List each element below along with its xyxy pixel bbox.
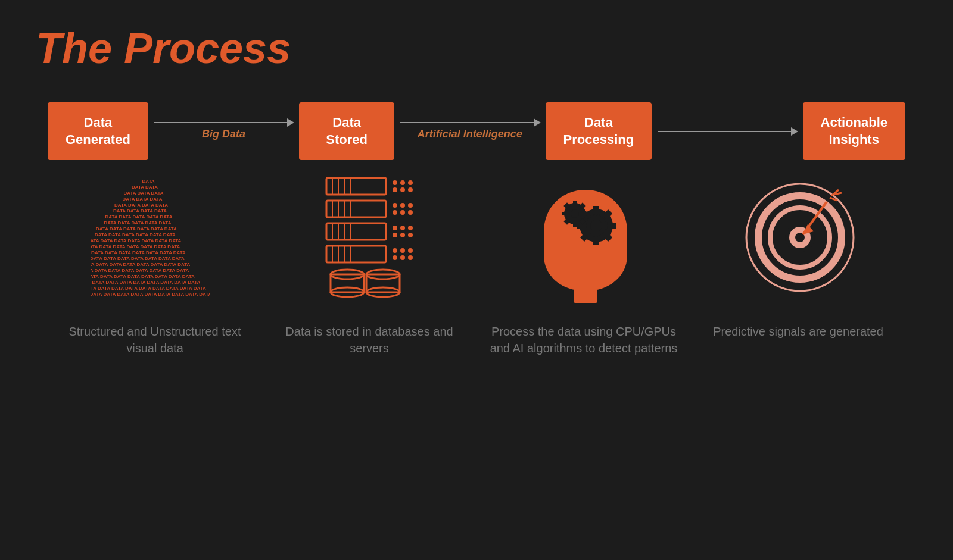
svg-text:DATA DATA DATA: DATA DATA DATA — [122, 196, 162, 202]
svg-rect-73 — [593, 206, 599, 213]
target-icon-container — [694, 172, 911, 305]
arrow-line-1 — [154, 122, 293, 123]
svg-point-61 — [393, 255, 397, 260]
bullseye-target-icon — [743, 172, 862, 305]
svg-point-59 — [400, 248, 405, 253]
svg-point-91 — [571, 209, 579, 218]
svg-text:DATA DATA DATA DATA DATA DATA : DATA DATA DATA DATA DATA DATA DATA — [91, 238, 182, 243]
svg-text:DATA DATA DATA DATA DATA: DATA DATA DATA DATA DATA — [105, 214, 172, 220]
svg-point-49 — [408, 226, 413, 230]
svg-point-62 — [400, 255, 405, 260]
svg-text:DATA DATA DATA DATA DATA DATA : DATA DATA DATA DATA DATA DATA DATA DATA … — [91, 268, 189, 273]
process-flow: Data Generated Big Data Data Stored Arti… — [36, 102, 917, 160]
arrow-3 — [658, 131, 796, 132]
arrow-line-2 — [400, 122, 539, 123]
server-rack-icon — [309, 172, 428, 305]
svg-text:DATA DATA DATA DATA DATA DATA : DATA DATA DATA DATA DATA DATA DATA DATA … — [91, 262, 191, 267]
svg-rect-76 — [609, 223, 616, 229]
step-actionable-insights: Actionable Insights — [803, 102, 905, 160]
svg-point-38 — [408, 203, 413, 208]
svg-text:DATA DATA DATA DATA: DATA DATA DATA DATA — [113, 208, 167, 214]
svg-point-63 — [408, 255, 413, 260]
arrow-ai: Artificial Intelligence — [400, 122, 539, 140]
description-2: Data is stored in databases and servers — [262, 323, 476, 356]
svg-point-29 — [400, 187, 405, 192]
svg-point-37 — [400, 203, 405, 208]
svg-rect-86 — [583, 212, 588, 215]
svg-rect-53 — [326, 246, 386, 262]
svg-point-40 — [400, 210, 405, 215]
svg-rect-42 — [326, 223, 386, 240]
arrow-big-data: Big Data — [154, 122, 293, 140]
svg-rect-70 — [574, 288, 597, 303]
svg-text:DATA DATA DATA DATA DATA DATA : DATA DATA DATA DATA DATA DATA DATA DATA … — [91, 286, 206, 291]
svg-rect-74 — [593, 238, 599, 245]
svg-point-41 — [408, 210, 413, 215]
svg-point-28 — [393, 187, 397, 192]
ai-head-gears-icon — [526, 172, 645, 305]
page-title: The Process — [36, 24, 917, 73]
step-data-generated: Data Generated — [48, 102, 148, 160]
data-triangle-container: DATA DATA DATA DATA DATA DATA DATA DATA … — [42, 172, 259, 303]
description-1: Structured and Unstructured text visual … — [48, 323, 262, 356]
svg-text:DATA DATA DATA DATA: DATA DATA DATA DATA — [114, 202, 168, 208]
description-3: Process the data using CPU/GPUs and AI a… — [476, 323, 691, 356]
svg-point-36 — [393, 203, 397, 208]
svg-point-26 — [400, 180, 405, 185]
svg-point-48 — [400, 226, 405, 230]
svg-text:DATA DATA DATA DATA DATA DATA: DATA DATA DATA DATA DATA DATA — [95, 232, 176, 237]
ai-label: Artificial Intelligence — [418, 128, 522, 140]
svg-text:DATA DATA: DATA DATA — [132, 184, 158, 190]
ai-head-icon-container — [476, 172, 694, 305]
svg-point-30 — [408, 187, 413, 192]
svg-text:DATA DATA DATA DATA DATA DATA : DATA DATA DATA DATA DATA DATA DATA DATA … — [91, 280, 201, 285]
svg-text:DATA DATA DATA: DATA DATA DATA — [123, 190, 163, 196]
svg-text:DATA DATA DATA DATA DATA: DATA DATA DATA DATA DATA — [104, 220, 171, 226]
svg-point-25 — [393, 180, 397, 185]
svg-rect-83 — [573, 201, 577, 206]
svg-text:DATA DATA DATA DATA DATA DATA: DATA DATA DATA DATA DATA DATA — [96, 226, 177, 231]
descriptions-row: Structured and Unstructured text visual … — [36, 323, 917, 356]
svg-text:DATA DATA DATA DATA DATA DATA : DATA DATA DATA DATA DATA DATA DATA DATA — [91, 250, 186, 255]
svg-rect-84 — [573, 221, 577, 227]
step-data-processing: Data Processing — [546, 102, 652, 160]
description-4: Predictive signals are generated — [691, 323, 905, 356]
server-icon-container — [259, 172, 476, 305]
svg-point-39 — [393, 210, 397, 215]
svg-point-27 — [408, 180, 413, 185]
step-data-stored: Data Stored — [299, 102, 394, 160]
data-triangle-icon: DATA DATA DATA DATA DATA DATA DATA DATA … — [91, 172, 210, 303]
icons-row: DATA DATA DATA DATA DATA DATA DATA DATA … — [36, 172, 917, 305]
svg-text:DATA DATA DATA DATA DATA DATA : DATA DATA DATA DATA DATA DATA DATA — [91, 244, 180, 249]
svg-point-60 — [408, 248, 413, 253]
svg-rect-31 — [326, 201, 386, 217]
svg-point-81 — [590, 220, 602, 231]
svg-rect-85 — [562, 212, 567, 215]
svg-point-52 — [408, 233, 413, 237]
arrow-line-3 — [658, 131, 796, 132]
big-data-label: Big Data — [202, 128, 245, 140]
page-container: The Process Data Generated Big Data Data… — [0, 0, 953, 560]
svg-text:DATA DATA DATA DATA DATA DATA : DATA DATA DATA DATA DATA DATA DATA DATA … — [91, 292, 210, 297]
svg-point-47 — [393, 226, 397, 230]
svg-point-58 — [393, 248, 397, 253]
svg-text:DATA: DATA — [142, 179, 154, 184]
svg-point-50 — [393, 233, 397, 237]
svg-text:DATA DATA DATA DATA DATA DATA : DATA DATA DATA DATA DATA DATA DATA DATA — [91, 256, 185, 261]
svg-point-51 — [400, 233, 405, 237]
svg-rect-20 — [326, 178, 386, 195]
svg-text:DATA DATA DATA DATA DATA DATA : DATA DATA DATA DATA DATA DATA DATA DATA … — [91, 274, 195, 279]
